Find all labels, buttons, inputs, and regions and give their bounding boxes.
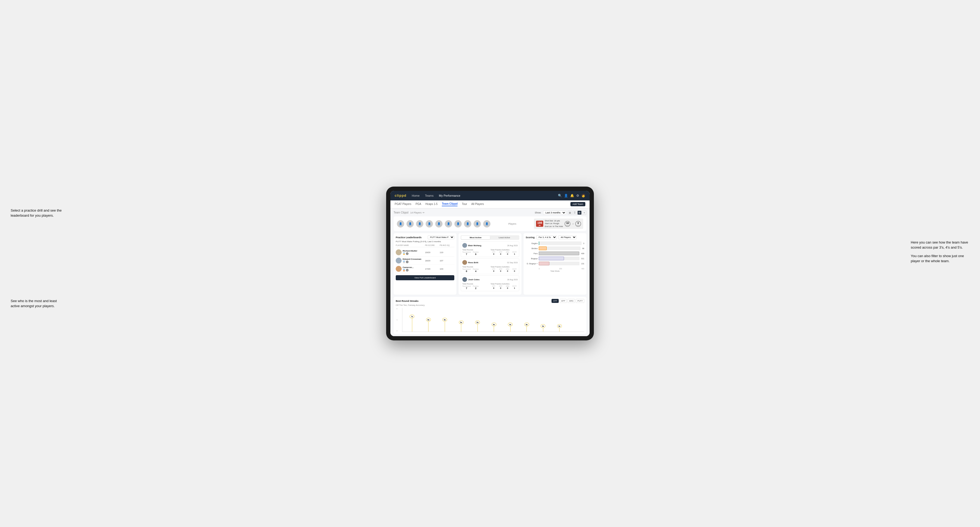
show-dropdown[interactable]: Last 3 months	[543, 211, 566, 215]
streak-pin-5x-2: 5x	[475, 321, 480, 332]
player-avatar-1[interactable]: 👤	[397, 220, 404, 227]
streak-tab-ott[interactable]: OTT	[552, 299, 559, 303]
drill-select[interactable]: PUTT Must Make Putting...	[428, 235, 454, 239]
subnav-pgat[interactable]: PGAT Players	[395, 203, 411, 206]
rees-stats: Total Rounds Tournament 8 Practice	[462, 266, 518, 273]
lb-row-1: Richard Butler 🏅 1 19/20 110	[396, 248, 454, 257]
streak-tab-putt[interactable]: PUTT	[576, 299, 584, 303]
badge-num-2: 2	[406, 260, 409, 263]
bar-fill-pars	[539, 252, 579, 255]
active-player-rees: Rees Britt 02 Sep 2023 Total Rounds Tour	[461, 259, 519, 274]
lb-card-header: Practice Leaderboards PUTT Must Make Put…	[396, 235, 454, 239]
navbar-icons: 🔍 👤 🔔 ⚙ 🧑	[558, 194, 585, 197]
active-player-josh: Josh Coles 26 Aug 2023 Total Rounds Tour	[461, 275, 519, 291]
apc-player-rees: Rees Britt	[462, 260, 478, 265]
streak-pin-7x-1: 7x	[410, 314, 414, 332]
nav-home[interactable]: Home	[410, 194, 420, 198]
view-full-leaderboard-button[interactable]: View Full Leaderboard	[396, 275, 454, 280]
medal-gold-1: 🏅	[402, 252, 405, 255]
search-icon[interactable]: 🔍	[558, 194, 562, 197]
subnav-all-players[interactable]: All Players	[471, 203, 484, 206]
grid-view-icon[interactable]: ▦	[568, 211, 572, 215]
table-view-icon[interactable]: ≡	[582, 211, 586, 215]
badge-num-3: 3	[406, 269, 409, 271]
bar-fill-bogeys	[539, 257, 564, 260]
subnav-pga[interactable]: PGA	[415, 203, 421, 206]
add-team-button[interactable]: Add Team	[570, 202, 585, 206]
lb-name-2: Edward Crossman	[402, 258, 421, 260]
lb-row-3: Cameron... 🥉 3 17/20 103	[396, 265, 454, 273]
streak-tab-arg[interactable]: ARG	[568, 299, 575, 303]
lb-player-1: Richard Butler 🏅 1	[396, 249, 425, 255]
bar-chart: Eagles 3 Birdies	[526, 241, 584, 267]
active-player-blair: Blair McHarg 26 Aug 2023 Total Rounds To	[461, 241, 519, 257]
josh-stats: Total Rounds Tournament 7 Practice	[462, 283, 518, 290]
practice-leaderboards-card: Practice Leaderboards PUTT Must Make Put…	[394, 233, 457, 295]
apc-header-rees: Rees Britt 02 Sep 2023	[462, 260, 518, 265]
least-active-tab[interactable]: Least Active	[490, 236, 519, 239]
bar-val-bogeys: 311	[581, 258, 584, 259]
subnav-tour[interactable]: Tour	[462, 203, 467, 206]
most-active-tab[interactable]: Most Active	[461, 236, 490, 239]
scoring-filter-players[interactable]: All Players	[558, 235, 577, 239]
scoring-card: Scoring Par 3, 4 & 5s All Players E	[523, 233, 586, 295]
streak-pin-5x-1: 5x	[459, 321, 464, 332]
player-avatar-5[interactable]: 👤	[435, 220, 442, 227]
apc-header-blair: Blair McHarg 26 Aug 2023	[462, 243, 518, 248]
player-avatar-9[interactable]: 👤	[474, 220, 481, 227]
drill-subtitle: PUTT Must Make Putting (3-6 ft), Last 3 …	[396, 240, 454, 243]
bar-fill-eagles	[539, 241, 539, 245]
user-avatar-icon[interactable]: 🧑	[581, 194, 585, 197]
bar-val-pars: 499	[581, 252, 584, 254]
player-avatar-6[interactable]: 👤	[445, 220, 452, 227]
annotation-left-top: Select a practice drill and see the lead…	[11, 208, 64, 218]
settings-icon[interactable]: ⚙	[576, 194, 579, 197]
bell-icon[interactable]: 🔔	[570, 194, 574, 197]
navbar-links: Home Teams My Performance	[410, 194, 554, 198]
shot-circle-1: 16 yds	[565, 221, 570, 227]
streaks-header: Best Round Streaks OTT APP ARG PUTT	[396, 299, 584, 303]
bar-track-pars	[539, 252, 579, 255]
edit-icon[interactable]: ✏	[423, 211, 425, 214]
player-avatar-8[interactable]: 👤	[464, 220, 471, 227]
streaks-subtitle: Off The Tee, Fairway Accuracy	[396, 304, 584, 306]
person-icon[interactable]: 👤	[564, 194, 568, 197]
shot-circle-2: 0 yds	[575, 221, 581, 227]
nav-my-performance[interactable]: My Performance	[438, 194, 461, 198]
list-view-icon[interactable]: ☰	[573, 211, 577, 215]
scoring-filter-par[interactable]: Par 3, 4 & 5s	[536, 235, 557, 239]
bar-label-dbogeys: D. Bogeys +	[526, 262, 538, 265]
pin-line-3x-1	[543, 328, 543, 332]
player-avatar-3[interactable]: 👤	[416, 220, 423, 227]
bar-fill-birdies	[539, 246, 547, 250]
player-avatar-7[interactable]: 👤	[454, 220, 462, 227]
pin-label-6x-2: 6x	[442, 318, 447, 322]
blair-rounds: Total Rounds Tournament 7 Practice	[462, 249, 490, 256]
blair-stats: Total Rounds Tournament 7 Practice	[462, 249, 518, 256]
bar-label-birdies: Birdies	[526, 247, 538, 250]
rees-rounds: Total Rounds Tournament 8 Practice	[462, 266, 490, 273]
subnav-hcaps[interactable]: Hcaps 1-5	[426, 203, 438, 206]
y-label-mid: 4	[396, 319, 397, 321]
bar-track-dbogeys	[539, 262, 579, 265]
streak-pin-4x-2: 4x	[508, 322, 513, 332]
lb-player-2: Edward Crossman 🥈 2	[396, 258, 425, 264]
pin-label-5x-1: 5x	[459, 321, 464, 324]
rees-avatar	[462, 260, 467, 265]
pin-line-4x-3	[527, 326, 527, 332]
lb-avg-2: 107	[440, 259, 454, 262]
player-avatar-4[interactable]: 👤	[426, 220, 433, 227]
card-view-icon[interactable]: ⊞	[578, 211, 582, 215]
streak-tab-app[interactable]: APP	[560, 299, 567, 303]
bar-track-eagles	[539, 241, 582, 245]
streaks-tabs: OTT APP ARG PUTT	[552, 299, 584, 303]
nav-teams[interactable]: Teams	[424, 194, 434, 198]
streaks-title: Best Round Streaks	[396, 300, 418, 302]
player-avatar-2[interactable]: 👤	[406, 220, 414, 227]
shot-info: Shot Dist: 16 yds Start Lie: Rough End L…	[545, 220, 563, 228]
subnav-team-clippd[interactable]: Team Clippd	[442, 202, 458, 206]
players-label: Players	[493, 222, 532, 225]
player-avatar-10[interactable]: 👤	[483, 220, 490, 227]
streak-chart: 6 4 2 7x 6x	[402, 308, 584, 332]
medal-silver-2: 🥈	[402, 261, 405, 263]
